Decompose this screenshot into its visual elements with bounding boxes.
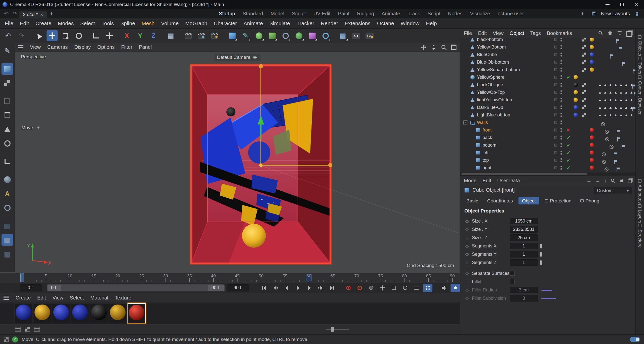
sound-toggle-button[interactable]: [439, 284, 449, 292]
material-tag-blue[interactable]: [590, 60, 594, 64]
flag-tag-icon[interactable]: [616, 39, 620, 43]
object-row-top[interactable]: top✓: [460, 156, 635, 164]
add-layout-button[interactable]: +: [578, 10, 587, 17]
material-list-view-icon[interactable]: [15, 327, 21, 332]
menu-octane[interactable]: Octane: [374, 20, 397, 26]
workplane-grid-icon[interactable]: ▦: [2, 220, 13, 232]
st-icon-2-icon[interactable]: ST: [364, 30, 375, 41]
menu-animate[interactable]: Animate: [240, 20, 266, 26]
prohibit-tag-icon[interactable]: [605, 167, 609, 171]
next-key-button[interactable]: [316, 284, 326, 292]
layout-tab-standard[interactable]: Standard: [243, 11, 263, 17]
am-search-icon[interactable]: [610, 178, 615, 183]
material-compact-view-icon[interactable]: [34, 327, 40, 332]
live-selection-icon[interactable]: [33, 30, 44, 41]
enabled-check-icon[interactable]: ✓: [567, 165, 571, 171]
material-tag-yellow[interactable]: [574, 90, 578, 95]
rotate-tool-icon[interactable]: [73, 30, 84, 41]
material-tag-red[interactable]: [590, 128, 594, 132]
edit-render-settings-icon[interactable]: [209, 30, 220, 41]
layer-chip-icon[interactable]: [554, 114, 557, 116]
visibility-dots[interactable]: [560, 83, 562, 87]
menu-mesh[interactable]: Mesh: [138, 20, 158, 26]
checker-tag-icon[interactable]: [582, 60, 586, 64]
layer-chip-icon[interactable]: [554, 121, 557, 124]
enabled-check-icon[interactable]: ✓: [567, 157, 571, 163]
timeline-playhead[interactable]: [20, 273, 24, 282]
workplane-lock-icon[interactable]: ▦: [165, 30, 176, 41]
layer-chip-icon[interactable]: [554, 53, 557, 56]
viewport-hamburger-icon[interactable]: [18, 45, 23, 49]
preview-range-bar[interactable]: [0, 272, 460, 273]
visibility-dots[interactable]: [560, 90, 562, 94]
layout-tab-octane-user[interactable]: octane user: [498, 11, 524, 17]
checker-tag-icon[interactable]: [582, 83, 586, 87]
end-frame-field[interactable]: 90 F: [227, 284, 249, 291]
slider-fill[interactable]: [541, 298, 556, 299]
material-yellow-2[interactable]: [109, 303, 127, 323]
object-row-bottom[interactable]: bottom✓: [460, 141, 635, 149]
property-value-field[interactable]: 3: [510, 295, 538, 302]
flag-tag-icon[interactable]: [619, 47, 622, 51]
prohibit-tag-icon[interactable]: [610, 145, 614, 149]
material-blue-1[interactable]: [14, 303, 32, 323]
viewport-menu-filter[interactable]: Filter: [121, 44, 132, 50]
slider-handle[interactable]: [540, 244, 542, 248]
redo-icon[interactable]: ↷: [16, 30, 27, 41]
render-view-icon[interactable]: [183, 30, 194, 41]
viewport-menu-options[interactable]: Options: [97, 44, 115, 50]
om-search-icon[interactable]: [598, 30, 603, 36]
material-tag-red[interactable]: [590, 143, 594, 147]
menu-character[interactable]: Character: [211, 20, 240, 26]
panel-tab-objects[interactable]: Objects: [636, 35, 644, 56]
prohibit-tag-icon[interactable]: [602, 160, 606, 164]
menu-render[interactable]: Render: [317, 20, 341, 26]
layout-lock-icon[interactable]: [634, 11, 639, 16]
point-mode-icon[interactable]: [2, 95, 13, 107]
am-menu-mode[interactable]: Mode: [464, 178, 476, 184]
keyframe-diamond-icon[interactable]: ◇: [465, 287, 469, 293]
generators-icon[interactable]: [267, 30, 278, 41]
layer-chip-icon[interactable]: [554, 159, 557, 162]
visibility-dots[interactable]: [560, 128, 562, 132]
layer-chip-icon[interactable]: [554, 166, 557, 169]
material-tag-yellow[interactable]: [590, 38, 594, 42]
om-menu-object[interactable]: Object: [510, 30, 524, 36]
quantize-icon[interactable]: ▦: [2, 248, 13, 260]
object-row-YellowSphere[interactable]: YellowSphere✓: [460, 73, 635, 81]
keyframe-diamond-icon[interactable]: ◇: [465, 235, 469, 240]
primitive-cube-icon[interactable]: [227, 30, 238, 41]
undo-icon[interactable]: ↶: [3, 30, 14, 41]
volume-mode-icon[interactable]: [2, 174, 13, 185]
layout-tab-nodes[interactable]: Nodes: [448, 11, 463, 17]
material-black[interactable]: [90, 303, 108, 323]
pan-icon[interactable]: [420, 44, 427, 51]
object-row-left[interactable]: left✓: [460, 149, 635, 156]
attribute-tab-protection[interactable]: Protection: [541, 197, 575, 204]
slider-handle[interactable]: [540, 260, 542, 265]
y-axis-lock-icon[interactable]: Y: [135, 30, 146, 41]
layout-tab-rigging[interactable]: Rigging: [357, 11, 374, 17]
material-tag-blue[interactable]: [590, 53, 594, 57]
object-row-DarkBlue-Ob[interactable]: DarkBlue-Ob▲▲▲▲▲▲▲▲△△△△△: [460, 104, 635, 111]
menu-window[interactable]: Window: [397, 20, 423, 26]
panel-tab-takes[interactable]: Takes: [636, 57, 644, 74]
om-menu-bookmarks[interactable]: Bookmarks: [547, 30, 572, 36]
flag-tag-icon[interactable]: [622, 62, 626, 66]
deformers-gear-icon[interactable]: [280, 30, 291, 41]
timeline-ruler[interactable]: 51015202530354045505560657075808590: [0, 272, 460, 283]
layer-chip-icon[interactable]: [554, 129, 557, 132]
om-horizontal-scrollbar[interactable]: [460, 173, 635, 176]
viewport-menu-cameras[interactable]: Cameras: [47, 44, 68, 50]
move-tool-icon[interactable]: [47, 30, 58, 41]
om-scrollbar-thumb[interactable]: [461, 173, 587, 175]
enabled-check-icon[interactable]: ✓: [567, 142, 571, 148]
property-value-field[interactable]: 3 cm: [510, 287, 538, 293]
material-tag-yellow[interactable]: [590, 68, 594, 72]
texture-mode-icon[interactable]: [2, 77, 13, 89]
view-label[interactable]: Perspective: [21, 54, 46, 60]
am-back-icon[interactable]: ←: [586, 178, 591, 184]
slider-fill[interactable]: [541, 290, 552, 291]
keyframe-diamond-icon[interactable]: ◇: [465, 219, 469, 224]
keyframe-diamond-icon[interactable]: ◇: [465, 252, 469, 257]
